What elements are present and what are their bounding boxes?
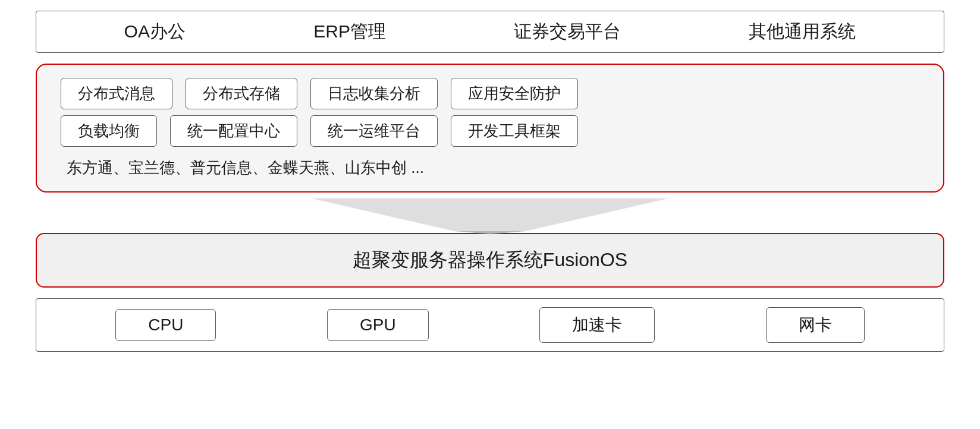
svg-marker-0 xyxy=(312,198,668,231)
partners-text: 东方通、宝兰德、普元信息、金蝶天燕、山东中创 ... xyxy=(61,157,919,178)
middleware-row-2: 负载均衡 统一配置中心 统一运维平台 开发工具框架 xyxy=(61,115,919,147)
chip-app-security: 应用安全防护 xyxy=(451,78,578,109)
chip-distributed-storage: 分布式存储 xyxy=(186,78,297,109)
app-oa: OA办公 xyxy=(124,20,186,44)
funnel-svg xyxy=(312,198,668,234)
app-other: 其他通用系统 xyxy=(749,20,856,44)
chip-distributed-msg: 分布式消息 xyxy=(61,78,172,109)
middleware-row-1: 分布式消息 分布式存储 日志收集分析 应用安全防护 xyxy=(61,78,919,109)
hw-gpu: GPU xyxy=(327,309,429,341)
chip-ops-platform: 统一运维平台 xyxy=(310,115,438,147)
arrow-connector xyxy=(36,198,944,234)
chip-load-balance: 负载均衡 xyxy=(61,115,157,147)
hw-nic: 网卡 xyxy=(766,307,865,343)
hardware-bar: CPU GPU 加速卡 网卡 xyxy=(36,298,944,352)
hw-accelerator: 加速卡 xyxy=(539,307,655,343)
app-securities: 证券交易平台 xyxy=(514,20,621,44)
app-erp: ERP管理 xyxy=(313,20,386,44)
chip-log-analysis: 日志收集分析 xyxy=(310,78,438,109)
top-application-bar: OA办公 ERP管理 证券交易平台 其他通用系统 xyxy=(36,11,944,53)
chip-config-center: 统一配置中心 xyxy=(170,115,297,147)
os-label: 超聚变服务器操作系统FusionOS xyxy=(353,247,627,273)
middleware-container: 分布式消息 分布式存储 日志收集分析 应用安全防护 负载均衡 统一配置中心 统一… xyxy=(36,64,944,193)
hw-cpu: CPU xyxy=(115,309,216,341)
chip-dev-framework: 开发工具框架 xyxy=(451,115,578,147)
os-container: 超聚变服务器操作系统FusionOS xyxy=(36,233,944,288)
svg-marker-1 xyxy=(454,231,526,234)
